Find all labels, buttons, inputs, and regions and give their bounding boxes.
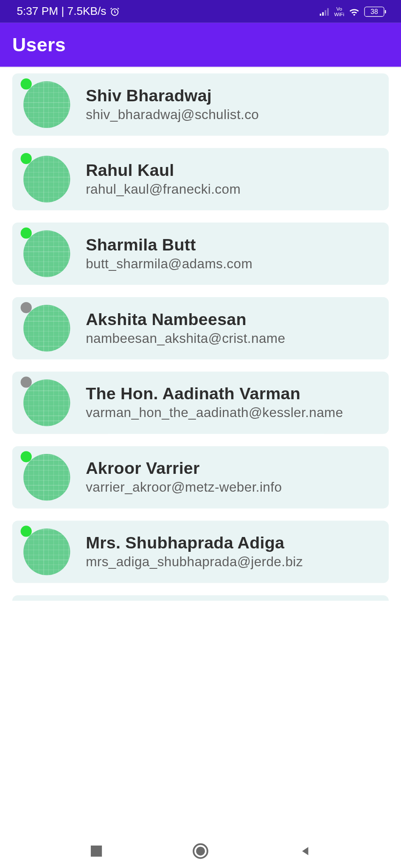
user-name: Akshita Nambeesan bbox=[86, 310, 378, 329]
user-card[interactable]: Akroor Varriervarrier_akroor@metz-weber.… bbox=[12, 446, 389, 509]
user-info: Akroor Varriervarrier_akroor@metz-weber.… bbox=[86, 459, 378, 496]
nav-bar bbox=[0, 834, 401, 868]
user-card[interactable]: Rahul Kaulrahul_kaul@franecki.com bbox=[12, 148, 389, 210]
page-title: Users bbox=[12, 34, 66, 56]
avatar-image bbox=[23, 305, 70, 351]
user-info: Rahul Kaulrahul_kaul@franecki.com bbox=[86, 161, 378, 198]
user-card[interactable]: Sharmila Buttbutt_sharmila@adams.com bbox=[12, 223, 389, 285]
user-email: butt_sharmila@adams.com bbox=[86, 255, 378, 272]
battery-icon: 38 bbox=[364, 6, 384, 17]
user-info: Akshita Nambeesannambeesan_akshita@crist… bbox=[86, 310, 378, 347]
svg-rect-1 bbox=[320, 14, 321, 16]
status-online-icon bbox=[21, 451, 32, 462]
avatar-image bbox=[23, 81, 70, 128]
status-online-icon bbox=[21, 153, 32, 164]
alarm-icon bbox=[109, 6, 120, 17]
wifi-icon bbox=[349, 7, 360, 16]
status-online-icon bbox=[21, 78, 32, 89]
user-email: varman_hon_the_aadinath@kessler.name bbox=[86, 404, 378, 421]
avatar bbox=[23, 379, 70, 426]
vo-wifi-icon: Vo WiFi bbox=[334, 6, 345, 17]
avatar bbox=[23, 230, 70, 277]
user-name: Rahul Kaul bbox=[86, 161, 378, 180]
svg-rect-4 bbox=[327, 8, 329, 16]
signal-icon bbox=[320, 7, 330, 16]
status-left: 5:37 PM | 7.5KB/s bbox=[17, 5, 120, 18]
user-card[interactable]: Akshita Nambeesannambeesan_akshita@crist… bbox=[12, 297, 389, 359]
user-name: Sharmila Butt bbox=[86, 235, 378, 254]
user-card[interactable] bbox=[12, 595, 389, 601]
status-online-icon bbox=[21, 526, 32, 537]
user-info: Shiv Bharadwajshiv_bharadwaj@schulist.co bbox=[86, 86, 378, 123]
user-email: varrier_akroor@metz-weber.info bbox=[86, 479, 378, 495]
user-name: Akroor Varrier bbox=[86, 459, 378, 478]
svg-rect-2 bbox=[322, 12, 324, 15]
user-card[interactable]: The Hon. Aadinath Varmanvarman_hon_the_a… bbox=[12, 372, 389, 434]
avatar bbox=[23, 156, 70, 203]
user-card[interactable]: Mrs. Shubhaprada Adigamrs_adiga_shubhapr… bbox=[12, 521, 389, 583]
avatar bbox=[23, 81, 70, 128]
status-offline-icon bbox=[21, 377, 32, 388]
user-name: Shiv Bharadwaj bbox=[86, 86, 378, 105]
avatar bbox=[23, 305, 70, 351]
vo-label: Vo bbox=[334, 6, 345, 11]
nav-home-button[interactable] bbox=[192, 843, 209, 859]
users-list[interactable]: Shiv Bharadwajshiv_bharadwaj@schulist.co… bbox=[0, 68, 401, 601]
avatar-image bbox=[23, 454, 70, 501]
status-right: Vo WiFi 38 bbox=[320, 6, 384, 17]
status-online-icon bbox=[21, 228, 32, 239]
user-name: The Hon. Aadinath Varman bbox=[86, 384, 378, 403]
avatar-image bbox=[23, 379, 70, 426]
nav-recent-button[interactable] bbox=[88, 843, 104, 859]
app-bar: Users bbox=[0, 23, 401, 67]
user-card[interactable]: Shiv Bharadwajshiv_bharadwaj@schulist.co bbox=[12, 73, 389, 136]
nav-back-button[interactable] bbox=[297, 843, 313, 859]
avatar bbox=[23, 454, 70, 501]
battery-level: 38 bbox=[370, 8, 378, 15]
user-email: mrs_adiga_shubhaprada@jerde.biz bbox=[86, 554, 378, 570]
avatar-image bbox=[23, 156, 70, 203]
wifi-label: WiFi bbox=[334, 11, 345, 17]
status-time-rate: 5:37 PM | 7.5KB/s bbox=[17, 5, 106, 18]
user-email: nambeesan_akshita@crist.name bbox=[86, 330, 378, 346]
user-info: Sharmila Buttbutt_sharmila@adams.com bbox=[86, 235, 378, 272]
user-info: The Hon. Aadinath Varmanvarman_hon_the_a… bbox=[86, 384, 378, 421]
avatar-image bbox=[23, 529, 70, 575]
status-offline-icon bbox=[21, 302, 32, 313]
avatar-image bbox=[23, 230, 70, 277]
user-email: rahul_kaul@franecki.com bbox=[86, 181, 378, 198]
svg-rect-3 bbox=[325, 10, 326, 15]
avatar bbox=[23, 529, 70, 575]
user-info: Mrs. Shubhaprada Adigamrs_adiga_shubhapr… bbox=[86, 534, 378, 570]
user-email: shiv_bharadwaj@schulist.co bbox=[86, 106, 378, 123]
status-bar: 5:37 PM | 7.5KB/s Vo WiFi bbox=[0, 0, 401, 23]
user-name: Mrs. Shubhaprada Adiga bbox=[86, 534, 378, 553]
